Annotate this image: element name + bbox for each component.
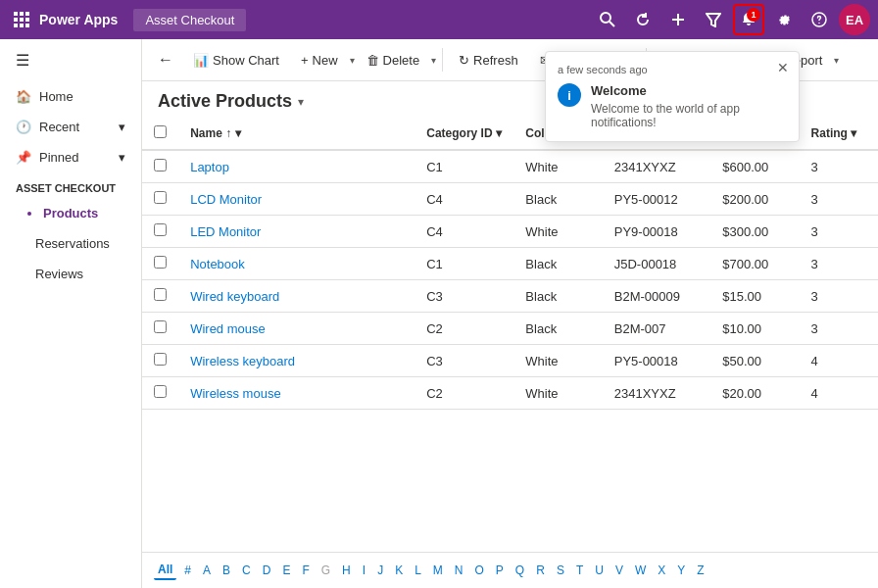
sidebar-item-products[interactable]: Products bbox=[0, 198, 141, 228]
alpha-bar-item[interactable]: E bbox=[278, 562, 294, 579]
table-row[interactable]: Wired mouse C2 Black B2M-007 $10.00 3 bbox=[142, 313, 878, 345]
alpha-bar-item[interactable]: K bbox=[391, 562, 407, 579]
sidebar-item-pinned[interactable]: 📌 Pinned ▾ bbox=[0, 142, 141, 172]
delete-button[interactable]: 🗑 Delete bbox=[357, 47, 430, 74]
alpha-bar-item[interactable]: R bbox=[532, 562, 549, 579]
row-checkbox[interactable] bbox=[154, 191, 167, 204]
alpha-bar-item[interactable]: Y bbox=[673, 562, 689, 579]
alpha-bar-item[interactable]: Z bbox=[693, 562, 707, 579]
settings-icon[interactable] bbox=[768, 4, 800, 35]
sidebar-item-reviews[interactable]: Reviews bbox=[0, 259, 141, 289]
alpha-bar-item[interactable]: F bbox=[298, 562, 313, 579]
alpha-bar-item[interactable]: B bbox=[219, 562, 234, 579]
row-checkbox-cell[interactable] bbox=[142, 280, 178, 313]
row-checkbox[interactable] bbox=[154, 288, 167, 301]
delete-dropdown-arrow[interactable]: ▾ bbox=[431, 55, 436, 66]
row-model-cell: B2M-00009 bbox=[603, 280, 710, 313]
alpha-bar-item[interactable]: A bbox=[199, 562, 215, 579]
row-checkbox-cell[interactable] bbox=[142, 150, 178, 183]
help-icon[interactable] bbox=[804, 4, 835, 35]
table-row[interactable]: Wired keyboard C3 Black B2M-00009 $15.00… bbox=[142, 280, 878, 313]
row-name-link[interactable]: LED Monitor bbox=[190, 224, 261, 239]
sort-dropdown-icon[interactable]: ▾ bbox=[235, 126, 241, 140]
alpha-bar-item[interactable]: U bbox=[591, 562, 608, 579]
sidebar-item-reservations[interactable]: Reservations bbox=[0, 228, 141, 259]
search-icon[interactable] bbox=[592, 4, 623, 35]
rating-sort-icon[interactable]: ▾ bbox=[851, 126, 856, 140]
table-row[interactable]: Notebook C1 Black J5D-00018 $700.00 3 bbox=[142, 248, 878, 280]
row-name-link[interactable]: Wired keyboard bbox=[190, 289, 279, 304]
chart-icon: 📊 bbox=[193, 53, 209, 68]
report-dropdown-arrow[interactable]: ▾ bbox=[834, 55, 839, 66]
sidebar-item-recent[interactable]: 🕐 Recent ▾ bbox=[0, 112, 141, 142]
col-header-rating[interactable]: Rating ▾ bbox=[800, 118, 878, 150]
sidebar-item-home[interactable]: 🏠 Home bbox=[0, 81, 141, 112]
alpha-bar-item[interactable]: N bbox=[451, 562, 467, 579]
alpha-bar-item[interactable]: I bbox=[359, 562, 369, 579]
row-name-link[interactable]: Wireless keyboard bbox=[190, 354, 295, 368]
table-row[interactable]: Wireless mouse C2 White 2341XYXZ $20.00 … bbox=[142, 377, 878, 410]
row-name-link[interactable]: LCD Monitor bbox=[190, 192, 262, 207]
row-checkbox[interactable] bbox=[154, 159, 167, 172]
row-name-link[interactable]: Wireless mouse bbox=[190, 386, 280, 401]
apps-grid-icon[interactable] bbox=[8, 6, 35, 33]
alpha-bar-item[interactable]: W bbox=[631, 562, 650, 579]
select-all-checkbox[interactable] bbox=[154, 125, 167, 138]
alpha-bar-item[interactable]: J bbox=[373, 562, 387, 579]
row-checkbox[interactable] bbox=[154, 385, 167, 398]
row-model-cell: PY9-00018 bbox=[603, 216, 710, 248]
col-header-category[interactable]: Category ID ▾ bbox=[415, 118, 513, 150]
alpha-bar-item[interactable]: C bbox=[238, 562, 255, 579]
notification-close-button[interactable]: ✕ bbox=[777, 60, 789, 75]
alpha-bar-item[interactable]: # bbox=[180, 562, 195, 579]
new-button[interactable]: + New bbox=[291, 47, 348, 74]
alpha-bar-item[interactable]: M bbox=[429, 562, 447, 579]
back-button[interactable]: ← bbox=[150, 45, 181, 74]
row-checkbox-cell[interactable] bbox=[142, 345, 178, 377]
row-name-link[interactable]: Wired mouse bbox=[190, 321, 266, 336]
alpha-bar-item[interactable]: T bbox=[572, 562, 587, 579]
alpha-bar-item[interactable]: O bbox=[471, 562, 488, 579]
alpha-bar-item[interactable]: L bbox=[411, 562, 425, 579]
filter-icon[interactable] bbox=[698, 4, 729, 35]
row-checkbox[interactable] bbox=[154, 353, 167, 366]
alpha-bar-item[interactable]: D bbox=[259, 562, 275, 579]
alpha-bar-item[interactable]: G bbox=[317, 562, 334, 579]
show-chart-button[interactable]: 📊 Show Chart bbox=[183, 47, 289, 74]
table-row[interactable]: Laptop C1 White 2341XYXZ $600.00 3 bbox=[142, 150, 878, 183]
row-name-link[interactable]: Laptop bbox=[190, 160, 229, 174]
select-all-header[interactable] bbox=[142, 118, 178, 150]
refresh-button[interactable]: ↻ Refresh bbox=[449, 47, 528, 74]
table-row[interactable]: LED Monitor C4 White PY9-00018 $300.00 3 bbox=[142, 216, 878, 248]
avatar[interactable]: EA bbox=[839, 4, 870, 35]
alpha-bar-item[interactable]: H bbox=[338, 562, 355, 579]
alpha-bar-item[interactable]: V bbox=[611, 562, 627, 579]
alpha-bar-item[interactable]: X bbox=[654, 562, 669, 579]
plus-icon[interactable] bbox=[662, 4, 694, 35]
table-row[interactable]: LCD Monitor C4 Black PY5-00012 $200.00 3 bbox=[142, 183, 878, 216]
sidebar-hamburger-icon[interactable]: ☰ bbox=[0, 39, 141, 81]
alpha-bar-item[interactable]: All bbox=[154, 561, 176, 580]
row-checkbox[interactable] bbox=[154, 320, 167, 333]
new-dropdown-arrow[interactable]: ▾ bbox=[350, 55, 355, 66]
row-checkbox[interactable] bbox=[154, 256, 167, 269]
category-sort-icon[interactable]: ▾ bbox=[496, 126, 502, 140]
alpha-bar-item[interactable]: P bbox=[492, 562, 508, 579]
row-checkbox-cell[interactable] bbox=[142, 216, 178, 248]
breadcrumb[interactable]: Asset Checkout bbox=[133, 9, 246, 31]
table-row[interactable]: Wireless keyboard C3 White PY5-00018 $50… bbox=[142, 345, 878, 377]
page-title-dropdown-arrow[interactable]: ▾ bbox=[298, 95, 304, 109]
notification-body: i Welcome Welcome to the world of app no… bbox=[558, 83, 787, 129]
row-checkbox-cell[interactable] bbox=[142, 183, 178, 216]
row-checkbox-cell[interactable] bbox=[142, 248, 178, 280]
row-price-cell: $300.00 bbox=[710, 216, 799, 248]
alpha-bar-item[interactable]: Q bbox=[512, 562, 528, 579]
row-checkbox[interactable] bbox=[154, 223, 167, 236]
col-header-name[interactable]: Name ↑ ▾ bbox=[178, 118, 415, 150]
row-checkbox-cell[interactable] bbox=[142, 377, 178, 410]
refresh-circle-icon[interactable] bbox=[627, 4, 658, 35]
notification-bell-icon[interactable]: 1 bbox=[733, 4, 764, 35]
row-name-link[interactable]: Notebook bbox=[190, 257, 245, 271]
row-checkbox-cell[interactable] bbox=[142, 313, 178, 345]
alpha-bar-item[interactable]: S bbox=[553, 562, 568, 579]
